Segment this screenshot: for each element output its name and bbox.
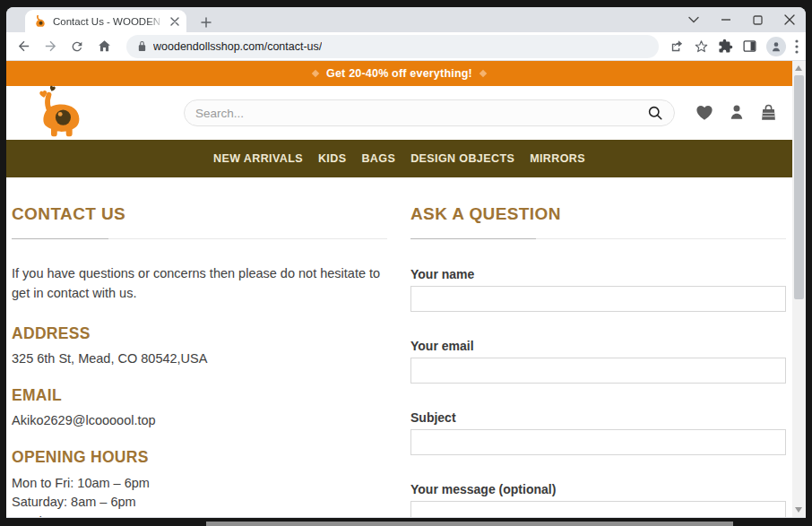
name-label: Your name bbox=[410, 267, 786, 281]
scrollbar-thumb[interactable] bbox=[794, 75, 804, 299]
tab-close-icon[interactable] bbox=[170, 17, 179, 26]
promo-banner: Get 20-40% off everything! bbox=[6, 61, 792, 86]
opening-hours-list: Mon to Fri: 10am – 6pm Saturday: 8am – 6… bbox=[12, 474, 387, 518]
search-icon[interactable] bbox=[647, 105, 663, 121]
browser-window: Contact Us - WOODEN SHOP - H bbox=[0, 0, 812, 526]
browser-tab[interactable]: Contact Us - WOODEN SHOP - H bbox=[25, 10, 186, 32]
close-window-button[interactable] bbox=[784, 14, 795, 25]
section-divider bbox=[12, 238, 387, 239]
nav-item-new-arrivals[interactable]: NEW ARRIVALS bbox=[212, 152, 304, 165]
side-panel-icon[interactable] bbox=[742, 39, 757, 54]
sparkle-icon bbox=[312, 70, 319, 77]
scroll-down-arrow-icon[interactable] bbox=[795, 507, 802, 513]
main-navigation: NEW ARRIVALS KIDS BAGS DESIGN OBJECTS MI… bbox=[6, 140, 792, 177]
nav-item-bags[interactable]: BAGS bbox=[360, 152, 396, 165]
tab-title: Contact Us - WOODEN SHOP - H bbox=[53, 16, 164, 27]
site-favicon-elephant-icon bbox=[34, 15, 47, 28]
bookmark-star-icon[interactable] bbox=[694, 39, 709, 54]
nav-item-kids[interactable]: KIDS bbox=[317, 152, 347, 165]
reload-button[interactable] bbox=[65, 35, 89, 58]
home-button[interactable] bbox=[92, 35, 116, 58]
nav-item-design-objects[interactable]: DESIGN OBJECTS bbox=[410, 152, 515, 165]
question-form-column: ASK A QUESTION Your name Your email Subj… bbox=[410, 177, 786, 517]
nav-item-mirrors[interactable]: MIRRORS bbox=[529, 152, 586, 165]
subject-label: Subject bbox=[410, 410, 786, 425]
profile-avatar[interactable] bbox=[766, 37, 786, 56]
contact-intro-text: If you have questions or concerns then p… bbox=[12, 264, 387, 304]
message-label: Your message (optional) bbox=[410, 482, 786, 496]
subject-field[interactable] bbox=[410, 429, 786, 455]
sparkle-icon bbox=[479, 70, 487, 77]
email-heading: EMAIL bbox=[12, 386, 387, 405]
minimize-button[interactable] bbox=[721, 14, 731, 25]
site-header bbox=[6, 86, 792, 140]
extensions-puzzle-icon[interactable] bbox=[718, 39, 733, 54]
section-divider bbox=[410, 238, 786, 239]
promo-text: Get 20-40% off everything! bbox=[326, 67, 472, 80]
contact-info-column: CONTACT US If you have questions or conc… bbox=[12, 177, 387, 517]
contact-us-title: CONTACT US bbox=[12, 204, 387, 224]
search-input[interactable] bbox=[195, 107, 647, 120]
window-chevron-icon[interactable] bbox=[688, 16, 699, 23]
webpage: Get 20-40% off everything! bbox=[6, 61, 792, 517]
kebab-menu-icon[interactable] bbox=[795, 39, 799, 54]
address-heading: ADDRESS bbox=[12, 324, 387, 343]
hours-weekdays: Mon to Fri: 10am – 6pm bbox=[12, 474, 387, 494]
opening-hours-heading: OPENING HOURS bbox=[12, 448, 387, 467]
scroll-up-arrow-icon[interactable] bbox=[795, 65, 802, 71]
new-tab-button[interactable] bbox=[196, 13, 216, 32]
email-label: Your email bbox=[410, 339, 786, 353]
hours-saturday: Saturday: 8am – 6pm bbox=[12, 493, 387, 513]
ask-a-question-title: ASK A QUESTION bbox=[410, 204, 786, 224]
lock-icon[interactable] bbox=[137, 40, 147, 52]
page-scrollbar[interactable] bbox=[792, 61, 806, 517]
url-text: woodendollsshop.com/contact-us/ bbox=[153, 40, 322, 53]
share-icon[interactable] bbox=[669, 39, 685, 54]
site-search[interactable] bbox=[184, 99, 675, 126]
elephant-logo[interactable] bbox=[33, 84, 89, 143]
hours-sunday: Sunday: 9am – 5pm bbox=[12, 513, 387, 518]
back-button[interactable] bbox=[12, 35, 35, 58]
message-field[interactable] bbox=[410, 501, 786, 517]
taskbar-edge bbox=[206, 522, 733, 526]
account-person-icon[interactable] bbox=[728, 103, 746, 121]
address-bar[interactable]: woodendollsshop.com/contact-us/ bbox=[126, 35, 659, 58]
forward-button[interactable] bbox=[39, 35, 62, 58]
name-field[interactable] bbox=[410, 286, 786, 312]
browser-toolbar: woodendollsshop.com/contact-us/ bbox=[6, 32, 806, 61]
tab-strip: Contact Us - WOODEN SHOP - H bbox=[6, 7, 806, 32]
wishlist-heart-icon[interactable] bbox=[695, 103, 714, 121]
email-field[interactable] bbox=[410, 358, 786, 384]
address-text: 325 6th St, Mead, CO 80542,USA bbox=[12, 351, 387, 366]
email-text: Akiko2629@lcoooool.top bbox=[12, 413, 387, 427]
maximize-button[interactable] bbox=[753, 15, 763, 25]
cart-bag-icon[interactable] bbox=[759, 103, 778, 121]
